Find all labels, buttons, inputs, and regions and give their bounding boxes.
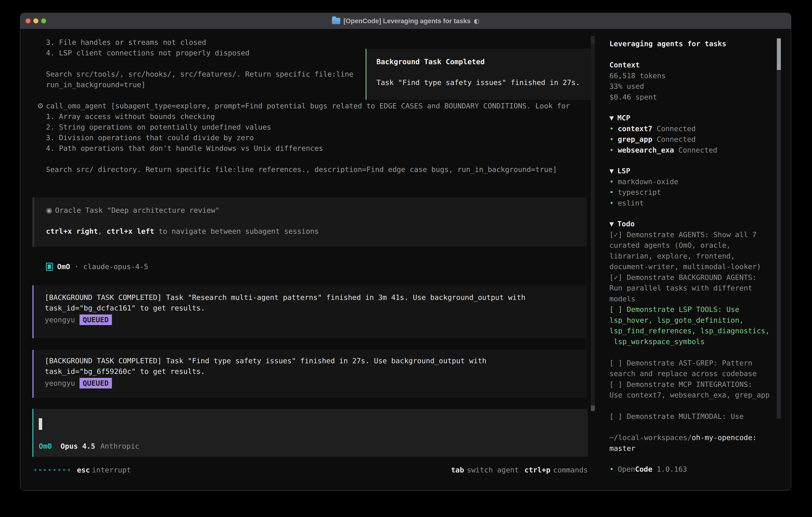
mcp-section-header[interactable]: ▼MCP — [609, 113, 717, 124]
status-bar: esc interrupt tab switch agent ctrl+p co… — [34, 465, 588, 475]
input-model-name: Opus 4.5 — [61, 442, 95, 450]
todo-section-header[interactable]: ▼Todo — [609, 219, 770, 229]
todo-line — [609, 401, 770, 411]
spinner-dots-icon — [34, 469, 70, 471]
status-left: esc interrupt — [34, 465, 131, 475]
bullet-icon: • — [609, 125, 614, 133]
sidebar-version-block: •OpenCode 1.0.163 — [609, 464, 687, 474]
task-user: yeongyu — [45, 379, 75, 387]
task-meta-row: yeongyu QUEUED — [45, 314, 587, 326]
agent-name: OmO — [57, 263, 70, 271]
todo-line: models — [609, 294, 770, 304]
zoom-button[interactable] — [41, 19, 46, 23]
context-used: 33% used — [609, 81, 666, 92]
task-message-line: [BACKGROUND TASK COMPLETED] Task "Find t… — [45, 355, 587, 366]
mcp-item-status-text: Connected — [678, 146, 717, 154]
folder-icon — [332, 18, 340, 24]
terminal-line: 3. File handles or streams not closed — [46, 37, 570, 48]
context-heading: Context — [609, 60, 666, 71]
lsp-item: •markdown-oxide — [609, 176, 678, 187]
workdir-prefix: ~/local-workspaces/ — [609, 433, 692, 442]
terminal-line — [46, 154, 570, 164]
session-title: Leveraging agents for tasks — [609, 38, 726, 49]
background-task-card: [BACKGROUND TASK COMPLETED] Task "Find t… — [32, 350, 587, 398]
todo-line: [✓] Demonstrate BACKGROUND AGENTS: — [609, 272, 770, 283]
esc-key-hint: esc — [77, 466, 90, 474]
todo-line: Run parallel tasks with different — [609, 283, 770, 294]
mcp-item-name: context7 — [618, 125, 652, 133]
main-scrollbar-top-segment — [591, 36, 595, 44]
agent-model: claude-opus-4-5 — [83, 263, 148, 271]
fisheye-icon: ◉ — [46, 206, 52, 214]
hint-sep: , — [98, 227, 107, 235]
terminal-line: 1. Array access without bounds checking — [46, 111, 570, 122]
todo-line: search and replace across codebase — [609, 368, 770, 379]
lsp-item-name: eslint — [618, 199, 644, 207]
hint-key-1: ctrl+x right — [46, 227, 98, 235]
titlebar[interactable]: [OpenCode] Leveraging agents for tasks ◐ — [20, 13, 791, 29]
bullet-icon: • — [609, 188, 614, 196]
ctrlp-key-hint: ctrl+p — [524, 466, 550, 474]
lsp-item-name: typescript — [618, 188, 661, 196]
todo-line: lsp_find_references, lsp_diagnostics, — [609, 325, 770, 336]
bullet-icon: • — [609, 465, 614, 473]
todo-line: lsp_hover, lsp_goto_definition, — [609, 315, 770, 326]
minimize-button[interactable] — [33, 19, 38, 23]
mcp-item: •context7 Connected — [609, 124, 717, 134]
close-button[interactable] — [26, 19, 31, 23]
version-line: •OpenCode 1.0.163 — [609, 464, 687, 474]
tool-call-text: call_omo_agent [subagent_type=explore, p… — [46, 102, 570, 110]
lsp-item: •eslint — [609, 198, 678, 209]
window-title: [OpenCode] Leveraging agents for tasks — [344, 17, 470, 25]
background-task-card: [BACKGROUND TASK COMPLETED] Task "Resear… — [32, 285, 587, 338]
window-title-group: [OpenCode] Leveraging agents for tasks ◐ — [332, 17, 479, 25]
text-cursor — [39, 418, 42, 430]
sidebar-todo-section: ▼Todo [✓] Demonstrate AGENTS: Show all 7… — [609, 219, 770, 422]
sidebar-scrollbar-thumb[interactable] — [777, 38, 781, 70]
prompt-input[interactable]: OmO Opus 4.5 Anthropic — [32, 409, 588, 457]
todo-line: librarian, explore, frontend, — [609, 251, 770, 262]
sidebar-scrollbar[interactable] — [777, 38, 781, 419]
app-window: [OpenCode] Leveraging agents for tasks ◐… — [20, 13, 791, 491]
oracle-task-title: ◉Oracle Task "Deep architecture review" — [46, 205, 220, 216]
sidebar-context-section: Context 66,518 tokens 33% used $0.46 spe… — [609, 60, 666, 102]
app-name-bold: Code — [635, 465, 652, 473]
terminal-line: 4. Path operations that don't handle Win… — [46, 143, 570, 154]
hint-key-2: ctrl+x left — [107, 227, 154, 235]
todo-heading: Todo — [617, 220, 635, 228]
app-name-dim: Open — [618, 465, 635, 473]
mcp-heading: MCP — [617, 114, 630, 122]
bullet-icon: • — [609, 135, 614, 143]
status-right: tab switch agent ctrl+p commands — [451, 465, 588, 475]
workdir-branch: master — [609, 443, 757, 454]
todo-line: [ ] Demonstrate MCP INTEGRATIONS: — [609, 379, 770, 390]
tool-call-line: ⚙call_omo_agent [subagent_type=explore, … — [46, 101, 570, 111]
status-badge: QUEUED — [80, 315, 112, 325]
context-tokens: 66,518 tokens — [609, 71, 666, 81]
gear-icon: ⚙ — [37, 101, 44, 111]
lsp-item-name: markdown-oxide — [618, 178, 678, 186]
agent-sep: · — [75, 263, 79, 271]
context-spent: $0.46 spent — [609, 92, 666, 103]
app-version: 1.0.163 — [657, 465, 687, 473]
chevron-down-icon: ▼ — [609, 220, 614, 228]
todo-line: [✓] Demonstrate AGENTS: Show all 7 — [609, 229, 770, 240]
sidebar-lsp-section: ▼LSP •markdown-oxide •typescript •eslint — [609, 166, 678, 208]
terminal-line: 2. String operations on potentially unde… — [46, 122, 570, 132]
sidebar-mcp-section: ▼MCP •context7 Connected •grep_app Conne… — [609, 113, 717, 155]
mcp-item-status-text: Connected — [657, 135, 696, 143]
chevron-down-icon: ▼ — [609, 167, 614, 175]
lsp-section-header[interactable]: ▼LSP — [609, 166, 678, 176]
mcp-item-name: websearch_exa — [618, 146, 674, 154]
lsp-heading: LSP — [617, 167, 630, 175]
oracle-task-title-text: Oracle Task "Deep architecture review" — [55, 206, 220, 214]
oracle-task-card: ◉Oracle Task "Deep architecture review" … — [32, 197, 587, 247]
sidebar-session-title-block: Leveraging agents for tasks — [609, 38, 726, 49]
toast-notification: Background Task Completed Task "Find typ… — [366, 49, 592, 100]
terminal-line: Search src/ directory. Return specific f… — [46, 164, 570, 175]
esc-key-label: interrupt — [92, 466, 131, 474]
todo-line: document-writer, multimodal-looker) — [609, 261, 770, 272]
terminal-line: 3. Division operations that could divide… — [46, 132, 570, 143]
main-scrollbar[interactable] — [591, 36, 595, 411]
main-scrollbar-thumb[interactable] — [591, 405, 595, 411]
